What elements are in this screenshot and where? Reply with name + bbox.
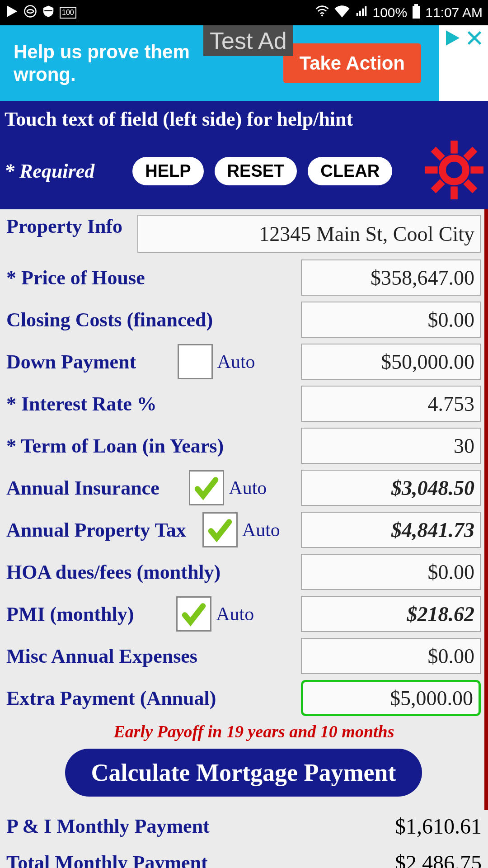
battery-percent: 100% <box>373 5 408 20</box>
row-price: * Price of House <box>6 257 481 298</box>
ad-cta-button[interactable]: Take Action <box>283 43 421 83</box>
row-term: * Term of Loan (in Years) <box>6 425 481 467</box>
svg-rect-9 <box>470 166 483 174</box>
early-payoff-text: Early Payoff in 19 years and 10 months <box>27 722 481 741</box>
label-hoa[interactable]: HOA dues/fees (monthly) <box>6 561 221 584</box>
value-total-payment: $2,486.75 <box>395 850 482 868</box>
settings-gear-icon[interactable] <box>425 141 483 201</box>
check-icon <box>193 474 220 501</box>
row-down-payment: Down Payment Auto <box>6 341 481 382</box>
test-ad-label: Test Ad <box>203 25 293 56</box>
input-down-payment[interactable] <box>301 344 481 380</box>
input-hoa[interactable] <box>301 554 481 590</box>
check-icon <box>180 600 207 627</box>
label-insurance[interactable]: Annual Insurance <box>6 476 160 500</box>
result-row-total: Total Monthly Payment $2,486.75 <box>6 850 482 868</box>
svg-rect-2 <box>413 6 420 19</box>
label-misc[interactable]: Misc Annual Expenses <box>6 645 197 668</box>
result-row-pi: P & I Monthly Payment $1,610.61 <box>6 814 482 839</box>
svg-rect-11 <box>431 179 445 193</box>
checkbox-tax-auto[interactable] <box>202 512 238 547</box>
swirl-icon <box>23 5 37 21</box>
row-insurance: Annual Insurance Auto <box>6 467 481 509</box>
status-right-icons: 100% 11:07 AM <box>315 3 483 23</box>
results-area: P & I Monthly Payment $1,610.61 Total Mo… <box>0 810 488 868</box>
label-price[interactable]: * Price of House <box>6 266 145 289</box>
battery-icon <box>412 4 421 22</box>
input-closing[interactable] <box>301 302 481 338</box>
auto-label-down: Auto <box>217 351 255 373</box>
label-extra-payment[interactable]: Extra Payment (Annual) <box>6 687 216 710</box>
ad-headline: Help us prove them wrong. <box>14 41 190 86</box>
required-label: * Required <box>5 160 94 183</box>
clear-button[interactable]: CLEAR <box>308 157 392 185</box>
svg-rect-3 <box>414 4 418 6</box>
svg-rect-6 <box>450 141 458 154</box>
label-closing[interactable]: Closing Costs (financed) <box>6 308 213 331</box>
battery-box-icon: 100 <box>60 7 76 19</box>
value-pi-payment: $1,610.61 <box>395 814 482 839</box>
ad-side-controls <box>439 25 488 101</box>
label-pmi[interactable]: PMI (monthly) <box>6 603 134 626</box>
row-pmi: PMI (monthly) Auto <box>6 593 481 635</box>
form-area: Property Info * Price of House Closing C… <box>0 209 488 810</box>
checkbox-pmi-auto[interactable] <box>176 596 211 632</box>
input-pmi[interactable] <box>301 596 481 632</box>
label-down-payment[interactable]: Down Payment <box>6 350 136 373</box>
ad-banner[interactable]: Test Ad Help us prove them wrong. Take A… <box>0 25 488 101</box>
svg-point-1 <box>321 14 323 16</box>
input-extra-payment[interactable] <box>301 680 481 716</box>
checkbox-insurance-auto[interactable] <box>189 470 224 505</box>
label-term[interactable]: * Term of Loan (in Years) <box>6 434 224 458</box>
help-button[interactable]: HELP <box>132 157 203 185</box>
input-property-info[interactable] <box>137 215 481 253</box>
input-price[interactable] <box>301 259 481 296</box>
reset-button[interactable]: RESET <box>215 157 297 185</box>
input-term[interactable] <box>301 428 481 464</box>
label-property-info[interactable]: Property Info <box>6 215 122 256</box>
row-property-info: Property Info <box>6 215 481 256</box>
label-interest-rate[interactable]: * Interest Rate % <box>6 392 157 415</box>
auto-label-insurance: Auto <box>229 477 267 499</box>
label-pi-payment: P & I Monthly Payment <box>6 815 210 838</box>
input-misc[interactable] <box>301 638 481 674</box>
svg-rect-10 <box>463 147 477 161</box>
shield-icon <box>42 5 55 21</box>
wifi-icon-2 <box>334 3 350 23</box>
svg-point-5 <box>450 165 459 175</box>
ad-info-icon[interactable] <box>444 29 462 49</box>
calculate-button[interactable]: Calculate Mortgage Payment <box>65 749 422 797</box>
play-icon <box>5 5 19 21</box>
row-closing: Closing Costs (financed) <box>6 299 481 340</box>
clock-time: 11:07 AM <box>425 5 483 20</box>
signal-icon <box>355 5 368 21</box>
row-misc: Misc Annual Expenses <box>6 635 481 677</box>
android-status-bar: 100 100% 11:07 AM <box>0 0 488 25</box>
row-hoa: HOA dues/fees (monthly) <box>6 551 481 593</box>
row-property-tax: Annual Property Tax Auto <box>6 509 481 551</box>
header-controls: * Required HELP RESET CLEAR <box>5 141 483 201</box>
row-interest-rate: * Interest Rate % <box>6 383 481 425</box>
hint-text: Touch text of field (left side) for help… <box>5 108 483 131</box>
input-property-tax[interactable] <box>301 512 481 548</box>
svg-rect-12 <box>431 147 445 161</box>
app-header: Touch text of field (left side) for help… <box>0 101 488 209</box>
svg-rect-8 <box>425 166 438 174</box>
row-extra-payment: Extra Payment (Annual) <box>6 677 481 719</box>
svg-rect-7 <box>450 186 458 199</box>
svg-rect-13 <box>463 179 477 193</box>
input-insurance[interactable] <box>301 470 481 506</box>
label-property-tax[interactable]: Annual Property Tax <box>6 519 186 542</box>
check-icon <box>206 516 234 543</box>
ad-close-icon[interactable] <box>465 29 483 49</box>
wifi-icon-1 <box>315 4 329 22</box>
auto-label-pmi: Auto <box>216 603 254 625</box>
checkbox-down-auto[interactable] <box>178 344 213 379</box>
label-total-payment: Total Monthly Payment <box>6 851 208 868</box>
status-left-icons: 100 <box>5 5 76 21</box>
input-interest-rate[interactable] <box>301 386 481 422</box>
auto-label-tax: Auto <box>242 519 280 541</box>
